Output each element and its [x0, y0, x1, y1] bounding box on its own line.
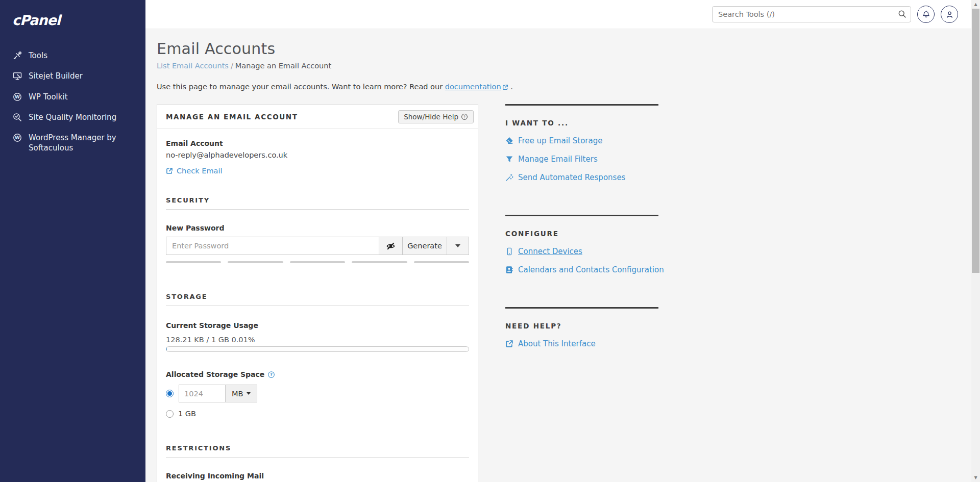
check-email-link[interactable]: Check Email [166, 167, 222, 175]
svg-text:W: W [15, 135, 20, 140]
external-link-icon [502, 84, 508, 90]
wordpress-icon: W [13, 92, 22, 102]
email-account-label: Email Account [166, 139, 469, 147]
magnifier-check-icon [13, 113, 22, 122]
rail-link-label: Connect Devices [518, 247, 582, 256]
rail-link-label: Free up Email Storage [518, 136, 602, 145]
generate-password-button[interactable]: Generate [402, 237, 447, 255]
show-hide-help-label: Show/Hide Help [404, 113, 458, 121]
storage-usage-progressbar [166, 346, 469, 352]
strength-segment [166, 261, 221, 263]
strength-segment [414, 261, 469, 263]
generate-options-dropdown-button[interactable] [447, 237, 469, 255]
intro-text: Use this page to manage your email accou… [157, 83, 971, 91]
receiving-incoming-mail-label: Receiving Incoming Mail [166, 472, 469, 480]
calendars-contacts-configuration-link[interactable]: Calendars and Contacts Configuration [505, 265, 664, 274]
user-icon [945, 10, 954, 19]
sidebar-item-label: WP Toolkit [29, 92, 68, 102]
wordpress-icon: W [13, 133, 22, 142]
sidebar-item-label: Tools [29, 50, 47, 61]
mobile-icon [505, 247, 513, 256]
intro-text-after: . [508, 83, 513, 91]
password-strength-meter [166, 261, 469, 263]
sidebar-item-wp-toolkit[interactable]: W WP Toolkit [0, 87, 145, 107]
i-want-to-section: I WANT TO ... Free up Email Storage [505, 104, 658, 195]
i-want-to-heading: I WANT TO ... [505, 119, 658, 127]
magic-wand-icon [505, 173, 513, 182]
breadcrumb-link-list-email-accounts[interactable]: List Email Accounts [157, 62, 229, 70]
configure-heading: CONFIGURE [505, 230, 658, 238]
rail-link-label: Calendars and Contacts Configuration [518, 265, 664, 274]
breadcrumb-current: Manage an Email Account [235, 62, 331, 70]
breadcrumb-separator: / [229, 62, 235, 70]
manage-email-account-panel: MANAGE AN EMAIL ACCOUNT Show/Hide Help ?… [157, 104, 478, 482]
allocated-storage-fixed-row: 1 GB [166, 410, 469, 418]
user-menu-button[interactable] [941, 6, 958, 23]
free-up-email-storage-link[interactable]: Free up Email Storage [505, 136, 602, 145]
sidebar-item-label: WordPress Manager by Softaculous [29, 133, 118, 154]
search-input[interactable] [712, 6, 911, 22]
notifications-button[interactable] [917, 6, 935, 23]
rail-link-label: Send Automated Responses [518, 173, 625, 182]
connect-devices-link[interactable]: Connect Devices [505, 247, 582, 256]
svg-text:?: ? [271, 372, 273, 377]
scroll-down-arrow[interactable]: ▼ [971, 473, 980, 482]
password-input-group: Generate [166, 237, 469, 255]
sidebar-item-label: Site Quality Monitoring [29, 112, 116, 122]
search-box [712, 6, 911, 22]
generate-label: Generate [407, 242, 442, 250]
scrollbar-thumb[interactable] [972, 9, 979, 273]
manage-email-filters-link[interactable]: Manage Email Filters [505, 155, 598, 164]
security-section-heading: SECURITY [166, 196, 469, 210]
external-link-icon [505, 340, 513, 348]
breadcrumb: List Email Accounts/Manage an Email Acco… [157, 62, 971, 70]
documentation-link[interactable]: documentation [445, 83, 501, 91]
show-hide-help-button[interactable]: Show/Hide Help ? [398, 110, 474, 123]
password-input[interactable] [166, 237, 379, 255]
toggle-password-visibility-button[interactable] [379, 237, 403, 255]
address-book-icon [505, 266, 513, 274]
tools-icon [13, 51, 22, 60]
sidebar-item-wordpress-manager[interactable]: W WordPress Manager by Softaculous [0, 128, 145, 159]
scroll-up-arrow[interactable]: ▲ [971, 0, 980, 9]
strength-segment [352, 261, 407, 263]
need-help-section: NEED HELP? About This Interface [505, 307, 658, 348]
eraser-icon [505, 137, 513, 145]
sidebar-item-tools[interactable]: Tools [0, 45, 145, 66]
right-rail: I WANT TO ... Free up Email Storage [505, 104, 658, 348]
svg-text:W: W [15, 94, 20, 99]
configure-section: CONFIGURE Connect Devices [505, 215, 658, 288]
panel-header: MANAGE AN EMAIL ACCOUNT Show/Hide Help ? [157, 105, 478, 129]
storage-unit-label: MB [232, 390, 243, 398]
send-automated-responses-link[interactable]: Send Automated Responses [505, 173, 625, 182]
bell-icon [922, 10, 930, 19]
rail-link-label: About This Interface [518, 339, 596, 348]
cpanel-logo: cPanel [0, 0, 145, 28]
search-icon[interactable] [898, 10, 906, 18]
question-circle-icon[interactable]: ? [267, 371, 275, 378]
storage-unit-dropdown[interactable]: MB [225, 385, 257, 402]
left-sidebar: cPanel Tools Sitejet Builder [0, 0, 145, 482]
allocated-custom-radio[interactable] [166, 390, 174, 397]
main-content: Email Accounts List Email Accounts/Manag… [145, 29, 971, 482]
question-circle-icon: ? [461, 113, 468, 120]
strength-segment [228, 261, 283, 263]
rail-divider [505, 104, 658, 106]
sidebar-item-label: Sitejet Builder [29, 71, 83, 81]
rail-link-label: Manage Email Filters [518, 155, 598, 164]
svg-text:?: ? [463, 114, 465, 119]
page-title: Email Accounts [157, 40, 971, 58]
need-help-heading: NEED HELP? [505, 322, 658, 330]
allocated-storage-custom-row: MB [166, 385, 469, 402]
allocated-input-group: MB [179, 385, 257, 402]
rail-divider [505, 215, 658, 216]
sidebar-item-sitejet-builder[interactable]: Sitejet Builder [0, 66, 145, 86]
current-storage-usage-label: Current Storage Usage [166, 321, 469, 329]
page-scrollbar[interactable]: ▲ ▼ [971, 0, 980, 482]
email-address-value: no-reply@alphadevelopers.co.uk [166, 151, 469, 159]
allocated-storage-input[interactable] [179, 385, 226, 402]
about-this-interface-link[interactable]: About This Interface [505, 339, 596, 348]
sidebar-item-site-quality-monitoring[interactable]: Site Quality Monitoring [0, 107, 145, 128]
intro-text-before: Use this page to manage your email accou… [157, 83, 445, 91]
allocated-fixed-radio[interactable] [166, 410, 174, 418]
